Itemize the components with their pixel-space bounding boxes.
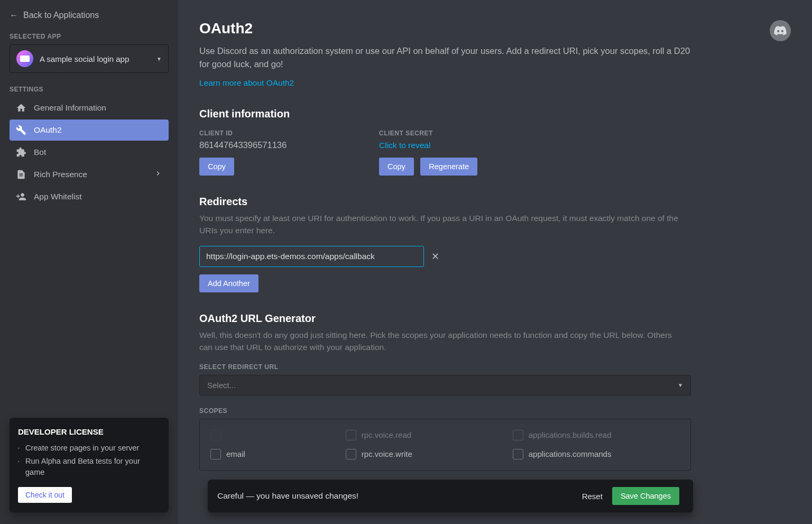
checkbox-icon — [210, 430, 221, 440]
checkbox-icon — [346, 430, 356, 440]
client-id-label: CLIENT ID — [199, 130, 358, 137]
reset-button[interactable]: Reset — [582, 492, 603, 501]
remove-redirect-icon[interactable]: ✕ — [431, 251, 439, 262]
chevron-right-icon — [154, 169, 162, 180]
sidebar: ← Back to Applications SELECTED APP A sa… — [0, 0, 178, 524]
copy-secret-button[interactable]: Copy — [379, 158, 414, 176]
home-icon — [16, 103, 26, 113]
select-placeholder: Select... — [207, 381, 236, 390]
app-selector[interactable]: A sample social login app ▼ — [10, 44, 169, 73]
developer-license-card: DEVELOPER LICENSE Create store pages in … — [10, 418, 169, 512]
check-it-out-button[interactable]: Check it out — [18, 487, 72, 503]
redirect-url-select[interactable]: Select... ▼ — [199, 375, 691, 396]
scope-item-applications-builds-read[interactable]: applications.builds.read — [513, 430, 612, 440]
add-another-button[interactable]: Add Another — [199, 274, 259, 292]
url-generator-heading: OAuth2 URL Generator — [199, 312, 791, 325]
chevron-down-icon: ▼ — [156, 56, 162, 62]
sidebar-item-label: App Whitelist — [34, 192, 81, 201]
reveal-secret-link[interactable]: Click to reveal — [379, 141, 430, 150]
main-content: OAuth2 Use Discord as an authorization s… — [178, 0, 812, 524]
sidebar-item-label: Rich Presence — [34, 170, 87, 179]
back-label: Back to Applications — [23, 11, 99, 20]
sidebar-item-rich-presence[interactable]: Rich Presence — [10, 164, 169, 185]
client-information-heading: Client information — [199, 108, 791, 120]
scope-item[interactable] — [210, 430, 245, 440]
document-icon — [16, 169, 26, 180]
copy-client-id-button[interactable]: Copy — [199, 158, 234, 176]
save-changes-button[interactable]: Save Changes — [612, 487, 679, 505]
scope-item-applications-commands[interactable]: applications.commands — [513, 449, 612, 459]
puzzle-icon — [16, 147, 26, 158]
scopes-container: email rpc.voice.read rpc.voice.write app… — [199, 419, 691, 471]
sidebar-item-app-whitelist[interactable]: App Whitelist — [10, 186, 169, 207]
unsaved-changes-bar: Careful — you have unsaved changes! Rese… — [208, 480, 693, 512]
checkbox-icon — [513, 430, 523, 440]
redirects-heading: Redirects — [199, 196, 791, 208]
discord-icon[interactable] — [770, 20, 791, 41]
checkbox-icon — [210, 449, 221, 459]
license-item: Create store pages in your server — [18, 443, 160, 454]
scope-item-email[interactable]: email — [210, 449, 245, 459]
sidebar-item-label: General Information — [34, 103, 106, 113]
page-subtitle: Use Discord as an authorization system o… — [199, 44, 696, 71]
settings-label: SETTINGS — [10, 86, 169, 93]
sidebar-item-label: OAuth2 — [34, 125, 62, 135]
scope-item-rpc-voice-read[interactable]: rpc.voice.read — [346, 430, 412, 440]
selected-app-label: SELECTED APP — [10, 33, 169, 40]
url-generator-description: Well, this doesn't do any good just sitt… — [199, 329, 686, 354]
redirects-description: You must specify at least one URI for au… — [199, 212, 686, 237]
app-name: A sample social login app — [40, 54, 150, 63]
unsaved-message: Careful — you have unsaved changes! — [217, 491, 358, 501]
checkbox-icon — [346, 449, 356, 459]
sidebar-item-label: Bot — [34, 148, 46, 157]
regenerate-secret-button[interactable]: Regenerate — [420, 158, 477, 176]
app-avatar — [16, 50, 33, 67]
license-list: Create store pages in your server Run Al… — [18, 443, 160, 479]
license-item: Run Alpha and Beta tests for your game — [18, 456, 160, 479]
arrow-left-icon: ← — [10, 11, 18, 20]
scope-item-rpc-voice-write[interactable]: rpc.voice.write — [346, 449, 412, 459]
license-title: DEVELOPER LICENSE — [18, 427, 160, 436]
redirect-uri-input[interactable] — [199, 246, 424, 267]
wrench-icon — [16, 125, 26, 135]
select-redirect-label: SELECT REDIRECT URL — [199, 363, 791, 371]
checkbox-icon — [513, 449, 523, 459]
client-id-value: 861447643396571136 — [199, 140, 358, 150]
chevron-down-icon: ▼ — [678, 382, 683, 388]
page-title: OAuth2 — [199, 20, 791, 37]
sidebar-item-oauth2[interactable]: OAuth2 — [10, 119, 169, 141]
sidebar-item-bot[interactable]: Bot — [10, 142, 169, 163]
sidebar-item-general-information[interactable]: General Information — [10, 97, 169, 118]
learn-more-link[interactable]: Learn more about OAuth2 — [199, 78, 294, 88]
scopes-label: SCOPES — [199, 407, 791, 415]
back-to-applications[interactable]: ← Back to Applications — [10, 11, 169, 20]
client-secret-label: CLIENT SECRET — [379, 130, 538, 137]
person-add-icon — [16, 191, 26, 202]
